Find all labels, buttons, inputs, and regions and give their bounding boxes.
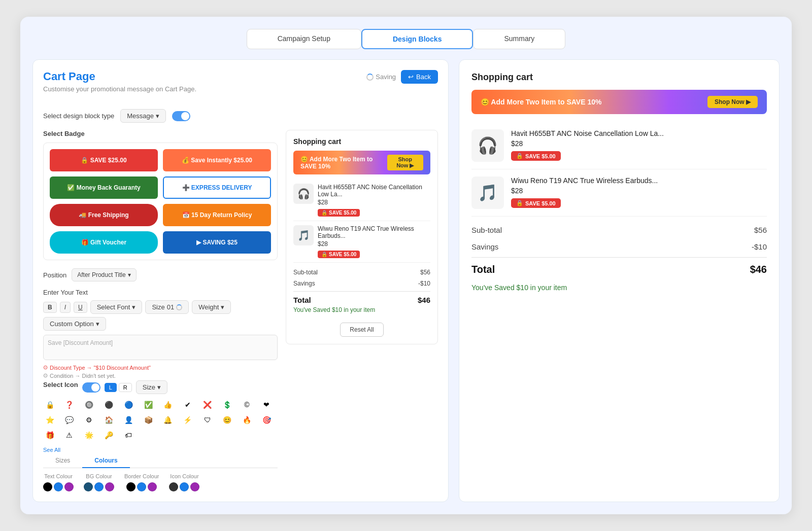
icon-item-8[interactable]: ❌ [201, 398, 214, 411]
underline-button[interactable]: U [74, 302, 87, 313]
swatch-0-0[interactable] [43, 482, 52, 491]
icon-item-25[interactable]: ⚠ [63, 429, 76, 442]
see-all-button[interactable]: See All [43, 447, 60, 453]
badge-save-instantly[interactable]: 💰 Save Instantly $25.00 [163, 149, 271, 171]
icon-item-9[interactable]: 💲 [220, 398, 233, 411]
weight-select[interactable]: Weight ▾ [192, 300, 231, 314]
icon-item-17[interactable]: 📦 [142, 413, 155, 427]
swatch-2-0[interactable] [126, 482, 136, 491]
icon-item-21[interactable]: 😊 [220, 413, 233, 427]
badge-15-day-return[interactable]: 📅 15 Day Return Policy [163, 204, 271, 226]
size-spinner [176, 304, 182, 310]
icon-size-buttons: L R [105, 383, 132, 392]
product-image-2: 🎵 [293, 225, 314, 245]
icon-section-header: Select Icon L R Size ▾ [43, 380, 278, 394]
icon-item-23[interactable]: 🎯 [260, 413, 273, 427]
right-subtotal-row: Sub-total $56 [471, 222, 767, 238]
position-select[interactable]: After Product Title ▾ [72, 268, 136, 281]
swatch-3-0[interactable] [169, 482, 178, 491]
badge-money-back[interactable]: ✅ Money Back Guaranty [50, 176, 158, 199]
icon-item-0[interactable]: 🔒 [43, 398, 56, 411]
icon-item-11[interactable]: ❤ [260, 398, 273, 411]
right-save-badge-1: 🔒 SAVE $5.00 [511, 151, 561, 161]
badge-free-shipping[interactable]: 🚚 Free Shipping [50, 204, 158, 226]
text-editor-area[interactable]: Save [Discount Amount] [43, 335, 278, 360]
cart-product-2: 🎵 Wiwu Reno T19 ANC True Wireless Earbud… [293, 221, 430, 263]
icon-item-20[interactable]: 🛡 [201, 413, 214, 427]
icon-item-7[interactable]: ✔ [181, 398, 194, 411]
icon-size-l-button[interactable]: L [105, 383, 117, 392]
icon-item-26[interactable]: 🌟 [83, 429, 96, 442]
right-cart-product-2: 🎵 Wiwu Reno T19 ANC True Wireless Earbud… [471, 169, 767, 217]
size-select[interactable]: Size 01 [145, 300, 189, 314]
product-price-2: $28 [318, 240, 430, 247]
icon-item-3[interactable]: ⚫ [102, 398, 115, 411]
icon-item-22[interactable]: 🔥 [240, 413, 253, 427]
chevron-down-icon: ▾ [128, 271, 131, 278]
tab-design-blocks[interactable]: Design Blocks [361, 29, 473, 49]
swatch-0-2[interactable] [64, 482, 74, 491]
right-product-image-1: 🎧 [471, 129, 504, 162]
colour-swatches-2 [126, 482, 157, 491]
custom-option-select[interactable]: Custom Option ▾ [43, 317, 106, 331]
icon-item-28[interactable]: 🏷 [122, 429, 135, 442]
icon-item-24[interactable]: 🎁 [43, 429, 56, 442]
right-promo-banner: 😊 Add More Two Item to SAVE 10% Shop Now… [471, 90, 767, 114]
colour-col-0: Text Colour [43, 473, 74, 491]
icon-toggle[interactable] [82, 382, 100, 393]
icon-item-10[interactable]: © [240, 398, 253, 411]
badge-saving-25[interactable]: ▶ SAVING $25 [163, 231, 271, 254]
swatch-1-2[interactable] [105, 482, 114, 491]
swatch-1-0[interactable] [84, 482, 93, 491]
icon-item-16[interactable]: 👤 [122, 413, 135, 427]
saving-spinner [366, 74, 374, 81]
right-shop-now-button[interactable]: Shop Now ▶ [707, 96, 758, 108]
tab-summary[interactable]: Summary [473, 29, 565, 49]
icon-item-6[interactable]: 👍 [161, 398, 175, 411]
icon-item-18[interactable]: 🔔 [161, 413, 175, 427]
tab-campaign-setup[interactable]: Campaign Setup [247, 29, 361, 49]
icon-size-dropdown[interactable]: Size ▾ [136, 380, 167, 394]
icon-item-12[interactable]: ⭐ [43, 413, 56, 427]
shop-now-button[interactable]: Shop Now ▶ [387, 155, 423, 170]
product-name-1: Havit H655BT ANC Noise Cancellation Low … [318, 184, 430, 198]
badge-save-25[interactable]: 🔒 SAVE $25.00 [50, 149, 158, 171]
swatch-1-1[interactable] [94, 482, 104, 491]
product-price-1: $28 [318, 199, 430, 206]
swatch-0-1[interactable] [54, 482, 63, 491]
colour-col-1: BG Colour [84, 473, 114, 491]
design-block-toggle[interactable] [172, 111, 190, 121]
swatch-2-1[interactable] [137, 482, 146, 491]
tab-sizes[interactable]: Sizes [43, 454, 82, 468]
icon-item-2[interactable]: 🔘 [83, 398, 96, 411]
icon-item-14[interactable]: ⚙ [83, 413, 96, 427]
swatch-2-2[interactable] [148, 482, 157, 491]
font-select[interactable]: Select Font ▾ [90, 300, 143, 314]
icon-size-r-button[interactable]: R [119, 383, 132, 392]
swatch-3-2[interactable] [190, 482, 199, 491]
icon-item-1[interactable]: ❓ [63, 398, 76, 411]
icon-item-27[interactable]: 🔑 [102, 429, 115, 442]
icon-item-13[interactable]: 💬 [63, 413, 76, 427]
swatch-3-1[interactable] [180, 482, 189, 491]
badge-section-label: Select Badge [43, 130, 278, 137]
icon-item-15[interactable]: 🏠 [102, 413, 115, 427]
colour-swatches-3 [169, 482, 199, 491]
position-label: Position [43, 271, 66, 279]
design-block-type-select[interactable]: Message ▾ [120, 109, 166, 123]
italic-button[interactable]: I [60, 302, 71, 313]
right-save-badge-2: 🔒 SAVE $5.00 [511, 198, 561, 208]
chevron-down-icon: ▾ [132, 303, 136, 311]
icon-item-19[interactable]: ⚡ [181, 413, 194, 427]
icon-grid: 🔒❓🔘⚫🔵✅👍✔❌💲©❤⭐💬⚙🏠👤📦🔔⚡🛡😊🔥🎯🎁⚠🌟🔑🏷 [43, 398, 278, 442]
bold-button[interactable]: B [43, 302, 57, 313]
tab-colours[interactable]: Colours [82, 454, 129, 468]
sizes-colours-tabs: Sizes Colours [43, 454, 278, 468]
icon-item-4[interactable]: 🔵 [122, 398, 135, 411]
badge-express-delivery[interactable]: ➕ EXPRESS DELIVERY [163, 176, 271, 199]
icon-item-5[interactable]: ✅ [142, 398, 155, 411]
back-button[interactable]: ↩ Back [401, 70, 438, 84]
reset-all-button[interactable]: Reset All [340, 323, 383, 337]
badge-gift-voucher[interactable]: 🎁 Gift Voucher [50, 231, 158, 254]
back-icon: ↩ [408, 73, 414, 81]
